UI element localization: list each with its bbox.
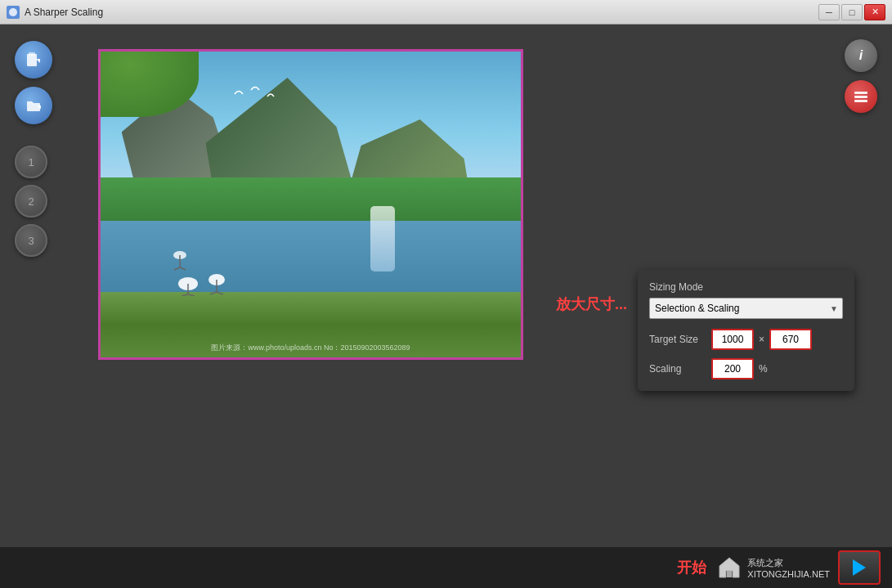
image-scene: 图片来源：www.photo/uploads.cn No：20150902003… — [101, 52, 521, 357]
target-width-input[interactable] — [711, 329, 754, 350]
main-area: 1 2 3 i — [0, 25, 892, 588]
info-button[interactable]: i — [845, 39, 877, 72]
step2-button[interactable]: 2 — [15, 185, 47, 218]
window-title: A Sharper Scaling — [25, 7, 818, 18]
home-area: 系统之家 XITONGZHIJIA.NET — [715, 553, 830, 582]
open-file-button[interactable] — [15, 87, 52, 124]
start-label: 开始 — [677, 558, 706, 577]
sidebar — [15, 41, 52, 124]
restore-button[interactable]: □ — [841, 4, 863, 20]
step1-button[interactable]: 1 — [15, 146, 47, 178]
svg-line-11 — [188, 294, 195, 296]
site-info: 系统之家 XITONGZHIJIA.NET — [747, 557, 830, 579]
sizing-mode-select[interactable]: Selection & Scaling Direct Scaling Direc… — [649, 298, 843, 319]
sizing-mode-row: Selection & Scaling Direct Scaling Direc… — [649, 298, 843, 319]
annotation-text: 放大尺寸... — [556, 294, 627, 314]
image-caption: 图片来源：www.photo/uploads.cn No：20150902003… — [211, 343, 410, 353]
house-icon — [715, 553, 744, 582]
sizing-mode-label: Sizing Mode — [649, 281, 843, 293]
window-controls: ─ □ ✕ — [818, 4, 885, 20]
title-bar: A Sharper Scaling ─ □ ✕ — [0, 0, 892, 25]
target-height-input[interactable] — [769, 329, 812, 350]
times-symbol: × — [759, 334, 764, 345]
svg-line-18 — [210, 292, 217, 294]
bottom-bar: 开始 系统之家 XITONGZHIJIA.NET — [0, 547, 892, 588]
svg-point-0 — [9, 8, 17, 16]
svg-line-15 — [180, 267, 186, 270]
image-preview: 图片来源：www.photo/uploads.cn No：20150902003… — [98, 49, 523, 360]
site-url: XITONGZHIJIA.NET — [747, 569, 830, 579]
svg-rect-2 — [29, 52, 35, 56]
scaling-row: Scaling % — [649, 358, 843, 379]
waterfall — [370, 206, 395, 272]
play-triangle-icon — [853, 559, 866, 576]
svg-rect-1 — [27, 54, 37, 66]
svg-line-14 — [174, 267, 180, 270]
svg-rect-6 — [854, 96, 867, 98]
target-size-label: Target Size — [649, 334, 706, 345]
svg-line-10 — [182, 294, 188, 296]
minimize-button[interactable]: ─ — [818, 4, 840, 20]
svg-rect-5 — [854, 92, 867, 94]
svg-rect-7 — [854, 100, 867, 102]
svg-rect-21 — [727, 571, 732, 577]
site-name: 系统之家 — [747, 557, 830, 569]
birds — [226, 82, 292, 106]
app-icon — [7, 6, 20, 19]
svg-line-19 — [217, 292, 223, 294]
scaling-input[interactable] — [711, 358, 754, 379]
cranes — [164, 247, 245, 296]
target-size-row: Target Size × — [649, 329, 843, 350]
layers-button[interactable] — [845, 80, 877, 113]
settings-panel: Sizing Mode Selection & Scaling Direct S… — [638, 270, 854, 391]
play-button[interactable] — [838, 550, 881, 585]
percent-symbol: % — [759, 363, 768, 375]
step3-button[interactable]: 3 — [15, 224, 47, 257]
paste-button[interactable] — [15, 41, 52, 79]
step-buttons: 1 2 3 — [15, 146, 47, 257]
sizing-mode-dropdown-container: Selection & Scaling Direct Scaling Direc… — [649, 298, 843, 319]
close-button[interactable]: ✕ — [864, 4, 885, 20]
scaling-label: Scaling — [649, 363, 706, 375]
